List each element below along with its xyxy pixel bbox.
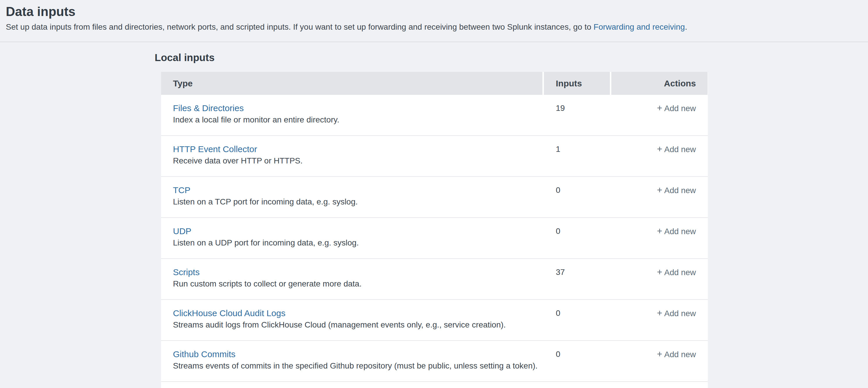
add-new-label: Add new xyxy=(664,145,696,154)
input-type-description: Listen on a UDP port for incoming data, … xyxy=(173,237,544,248)
add-new-label: Add new xyxy=(664,186,696,195)
input-type-link[interactable]: Scripts xyxy=(173,267,200,278)
page-subtitle: Set up data inputs from files and direct… xyxy=(6,22,856,32)
add-new-link[interactable]: +Add new xyxy=(657,104,696,113)
table-row: TCP Listen on a TCP port for incoming da… xyxy=(161,177,708,218)
actions-cell: +Add new xyxy=(611,349,708,381)
table-body: Files & Directories Index a local file o… xyxy=(161,95,708,382)
page-title: Data inputs xyxy=(6,4,856,19)
input-type-link[interactable]: Github Commits xyxy=(173,349,236,360)
input-type-link[interactable]: HTTP Event Collector xyxy=(173,144,257,155)
actions-cell: +Add new xyxy=(611,103,708,135)
input-type-link[interactable]: ClickHouse Cloud Audit Logs xyxy=(173,308,285,319)
add-new-label: Add new xyxy=(664,309,696,318)
add-new-link[interactable]: +Add new xyxy=(657,145,696,154)
inputs-count: 0 xyxy=(556,350,560,359)
type-cell: Files & Directories Index a local file o… xyxy=(161,103,544,135)
table-header-row: Type Inputs Actions xyxy=(161,72,708,95)
plus-icon: + xyxy=(657,349,662,359)
actions-cell: +Add new xyxy=(611,308,708,340)
table-row: Files & Directories Index a local file o… xyxy=(161,95,708,136)
add-new-label: Add new xyxy=(664,104,696,113)
inputs-count-cell: 0 xyxy=(544,226,611,258)
input-type-description: Streams events of commits in the specifi… xyxy=(173,360,544,371)
inputs-count: 0 xyxy=(556,227,560,236)
add-new-label: Add new xyxy=(664,268,696,277)
forwarding-and-receiving-link[interactable]: Forwarding and receiving xyxy=(594,22,685,31)
input-type-link[interactable]: UDP xyxy=(173,226,191,237)
add-new-link[interactable]: +Add new xyxy=(657,227,696,236)
add-new-link[interactable]: +Add new xyxy=(657,186,696,195)
input-type-link[interactable]: TCP xyxy=(173,185,190,196)
add-new-link[interactable]: +Add new xyxy=(657,350,696,359)
inputs-count: 19 xyxy=(556,103,565,113)
local-inputs-section: Local inputs Type Inputs Actions Files &… xyxy=(155,52,868,388)
actions-cell: +Add new xyxy=(611,267,708,299)
inputs-count-cell: 0 xyxy=(544,185,611,217)
type-cell: UDP Listen on a UDP port for incoming da… xyxy=(161,226,544,258)
inputs-count-cell: 37 xyxy=(544,267,611,299)
add-new-label: Add new xyxy=(664,350,696,359)
add-new-link[interactable]: +Add new xyxy=(657,309,696,318)
plus-icon: + xyxy=(657,103,662,113)
add-new-link[interactable]: +Add new xyxy=(657,268,696,277)
inputs-count-cell: 0 xyxy=(544,308,611,340)
type-cell: Github Commits Streams events of commits… xyxy=(161,349,544,381)
type-cell: ClickHouse Cloud Audit Logs Streams audi… xyxy=(161,308,544,340)
actions-cell: +Add new xyxy=(611,144,708,176)
plus-icon: + xyxy=(657,144,662,154)
add-new-label: Add new xyxy=(664,227,696,236)
plus-icon: + xyxy=(657,267,662,277)
input-type-link[interactable]: Files & Directories xyxy=(173,103,244,114)
table-row: HTTP Event Collector Receive data over H… xyxy=(161,136,708,177)
table-bottom-stub xyxy=(161,382,708,388)
type-cell: HTTP Event Collector Receive data over H… xyxy=(161,144,544,176)
inputs-count: 37 xyxy=(556,268,565,277)
plus-icon: + xyxy=(657,308,662,318)
inputs-count: 0 xyxy=(556,308,560,318)
inputs-count: 0 xyxy=(556,185,560,195)
table-row: Github Commits Streams events of commits… xyxy=(161,341,708,382)
input-type-description: Listen on a TCP port for incoming data, … xyxy=(173,196,544,207)
inputs-count-cell: 1 xyxy=(544,144,611,176)
input-type-description: Index a local file or monitor an entire … xyxy=(173,114,544,125)
table-row: Scripts Run custom scripts to collect or… xyxy=(161,259,708,300)
input-type-description: Run custom scripts to collect or generat… xyxy=(173,278,544,290)
input-type-description: Streams audit logs from ClickHouse Cloud… xyxy=(173,319,544,330)
inputs-count: 1 xyxy=(556,145,560,154)
plus-icon: + xyxy=(657,226,662,236)
plus-icon: + xyxy=(657,185,662,195)
actions-cell: +Add new xyxy=(611,185,708,217)
page-header: Data inputs Set up data inputs from file… xyxy=(0,0,868,42)
type-cell: Scripts Run custom scripts to collect or… xyxy=(161,267,544,299)
column-header-inputs: Inputs xyxy=(544,72,610,95)
actions-cell: +Add new xyxy=(611,226,708,258)
table-row: UDP Listen on a UDP port for incoming da… xyxy=(161,218,708,259)
inputs-count-cell: 0 xyxy=(544,349,611,381)
input-type-description: Receive data over HTTP or HTTPS. xyxy=(173,155,544,167)
column-header-actions: Actions xyxy=(611,72,708,95)
local-inputs-table: Type Inputs Actions Files & Directories … xyxy=(161,72,708,388)
section-heading: Local inputs xyxy=(155,52,868,64)
inputs-count-cell: 19 xyxy=(544,103,611,135)
column-header-type: Type xyxy=(161,72,542,95)
subtitle-period: . xyxy=(685,22,687,31)
type-cell: TCP Listen on a TCP port for incoming da… xyxy=(161,185,544,217)
subtitle-text: Set up data inputs from files and direct… xyxy=(6,22,594,31)
table-row: ClickHouse Cloud Audit Logs Streams audi… xyxy=(161,300,708,341)
